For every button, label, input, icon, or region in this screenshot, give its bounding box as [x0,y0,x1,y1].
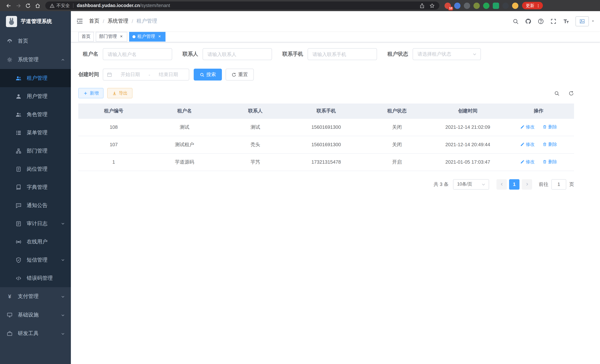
share-icon[interactable] [419,3,425,8]
dictionary-icon [16,184,21,190]
sidebar-item-dept[interactable]: 部门管理 [0,142,71,160]
prev-page-button[interactable] [497,179,507,189]
sms-shield-icon [16,257,21,263]
sidebar-item-notice[interactable]: 通知公告 [0,196,71,215]
sidebar-item-audit-log[interactable]: 审计日志 [0,215,71,233]
extension-icon-4[interactable] [473,2,480,9]
breadcrumb-home[interactable]: 首页 [89,18,99,25]
help-icon[interactable] [538,18,544,24]
sidebar-item-post[interactable]: 岗位管理 [0,160,71,178]
chevron-left-icon [500,182,504,186]
extension-icon-6[interactable] [493,2,499,9]
page-number-button[interactable]: 1 [509,179,519,189]
sidebar-group-system[interactable]: 系统管理 [0,50,71,69]
breadcrumb: 首页 / 系统管理 / 租户管理 [89,18,157,25]
close-icon[interactable]: × [157,34,162,39]
search-icon[interactable] [512,18,519,24]
tenant-name-input[interactable] [103,48,172,60]
fullscreen-icon[interactable] [550,18,557,24]
sidebar-item-tenant[interactable]: 租户管理 [0,69,71,87]
sidebar-item-user[interactable]: 用户管理 [0,87,71,105]
status-select[interactable]: 请选择租户状态 [412,48,481,60]
delete-link[interactable]: 删除 [543,159,557,165]
delete-link[interactable]: 删除 [543,124,557,130]
refresh-table-icon[interactable] [568,90,574,96]
sidebar-item-online-users[interactable]: 在线用户 [0,233,71,251]
contact-input[interactable] [203,48,272,60]
dashboard-icon [7,38,13,44]
export-button[interactable]: 导出 [107,88,132,98]
trash-icon [543,142,547,147]
breadcrumb-separator: / [132,18,133,24]
github-icon[interactable] [525,18,531,24]
sidebar-group-label: 系统管理 [18,56,61,63]
add-button[interactable]: 新增 [78,88,103,98]
close-icon[interactable]: × [119,34,124,39]
status-label: 租户状态 [387,51,408,57]
app-logo[interactable]: 芋道管理系统 [0,11,71,32]
back-button[interactable] [4,1,13,10]
sidebar-item-role[interactable]: 角色管理 [0,105,71,123]
address-bar[interactable]: 不安全 dashboard.yudao.iocoder.cn/system/te… [45,1,439,10]
update-label: 更新 [526,3,534,8]
goto-page-input[interactable] [551,179,566,189]
bookmark-star-icon[interactable] [429,3,435,8]
sidebar-group-infra[interactable]: 基础设施 [0,306,71,324]
broken-image-icon [579,18,586,24]
sidebar-item-home[interactable]: 首页 [0,32,71,50]
hide-search-icon[interactable] [554,90,560,96]
edit-pencil-icon [520,142,525,147]
audit-log-icon [16,221,21,226]
error-code-icon [16,275,21,281]
sidebar-group-label: 研发工具 [18,330,61,337]
tag-tenant[interactable]: 租户管理 × [129,32,166,41]
sidebar-item-sms[interactable]: 短信管理 [0,251,71,269]
filter-row-1: 租户名 联系人 联系手机 租户状态 请选择租户状态 [78,48,574,60]
page-content: 租户名 联系人 联系手机 租户状态 请选择租户状态 [71,42,600,189]
tag-dept[interactable]: 部门管理 × [96,32,127,41]
search-icon [200,72,205,77]
tag-home[interactable]: 首页 [78,32,94,41]
pagination-total: 共 3 条 [434,181,449,187]
extension-icon-8[interactable] [512,2,518,9]
cell-contact: 芋艿 [220,153,291,171]
cell-created: 2021-01-05 17:03:47 [432,153,503,171]
reload-button[interactable] [23,1,33,10]
user-avatar-menu[interactable] [575,16,595,26]
extension-icon-5[interactable] [483,2,489,9]
date-range-picker[interactable]: 开始日期 - 结束日期 [103,69,189,81]
sidebar-item-error-code[interactable]: 错误码管理 [0,269,71,287]
phone-input[interactable] [308,48,377,60]
home-button[interactable] [33,1,42,10]
delete-link[interactable]: 删除 [543,141,557,148]
sidebar-group-payment[interactable]: ¥ 支付管理 [0,287,71,306]
extension-icon-7[interactable] [502,2,509,9]
breadcrumb-system[interactable]: 系统管理 [108,18,128,25]
menu-list-icon [16,130,21,136]
sidebar-item-menu[interactable]: 菜单管理 [0,123,71,142]
forward-button[interactable] [13,1,23,10]
edit-link[interactable]: 修改 [520,124,534,130]
edit-link[interactable]: 修改 [520,159,534,165]
logo-rabbit-icon [6,16,17,27]
extension-icon-1[interactable]: 10 [445,2,451,9]
text-size-icon[interactable] [563,18,569,24]
contact-label: 联系人 [183,51,198,57]
next-page-button[interactable] [522,179,532,189]
page-jumper: 前往 页 [539,179,574,189]
sidebar-group-devtools[interactable]: 研发工具 [0,324,71,343]
calendar-icon [107,72,112,77]
security-chip[interactable]: 不安全 [50,2,70,9]
search-button[interactable]: 搜索 [194,69,222,81]
url-host: dashboard.yudao.iocoder.cn [77,3,140,8]
extension-icon-2[interactable] [454,2,460,9]
sidebar-item-label: 菜单管理 [27,129,65,136]
extension-icon-3[interactable] [464,2,470,9]
page-size-select[interactable]: 10条/页 [453,179,489,189]
app-title: 芋道管理系统 [21,18,52,25]
chrome-update-button[interactable]: 更新 [522,2,543,9]
reset-button[interactable]: 重置 [225,69,254,81]
sidebar-item-dict[interactable]: 字典管理 [0,178,71,196]
hamburger-icon[interactable] [76,18,84,25]
edit-link[interactable]: 修改 [520,141,534,148]
